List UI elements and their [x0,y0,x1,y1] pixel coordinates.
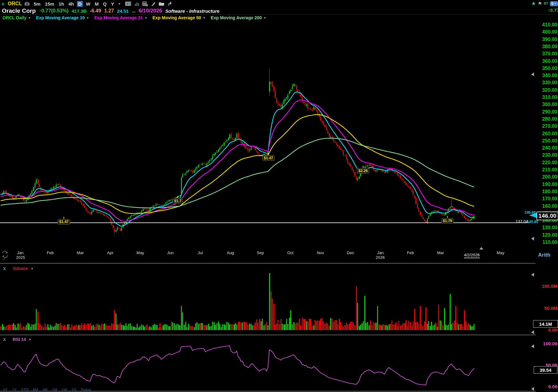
month-label: Aug [220,250,241,255]
indicator-ema[interactable]: Exp Moving Average 10▼ [36,15,89,20]
indicator-dropdown-icon[interactable]: ▼ [263,16,267,20]
range-button-5y[interactable]: 5Y [3,388,8,392]
year-label-2025: 2025 [10,255,31,260]
timeframe-m[interactable]: M [93,1,100,7]
range-button-today[interactable]: Today [81,388,91,392]
year-label-2026: 2026 [369,255,391,260]
dividend-tick [64,217,64,219]
volume-dropdown-icon[interactable]: ▼ [31,267,34,270]
month-label: Jul [189,250,211,255]
range-button-1w[interactable]: 1W [61,388,67,392]
indicator-ema[interactable]: Exp Moving Average 21▼ [94,15,148,20]
rsi-close-button[interactable]: X [3,337,6,342]
current-price-arrow [529,213,537,218]
current-date-label[interactable]: 4/2/2026 [464,253,480,258]
folder-icon[interactable] [158,1,165,6]
price-tick: 390.00 [531,37,557,42]
timeframe-dropdown-icon[interactable]: ▼ [118,2,121,6]
scale-mode-label[interactable]: Arith [538,252,551,258]
month-label: Jan [9,250,31,255]
volume-pane-title[interactable]: Volume [13,266,28,271]
indicator-dropdown-icon[interactable]: ▼ [86,16,89,20]
range-button-1y[interactable]: 1Y [12,388,17,392]
indicator-ema[interactable]: Exp Moving Average 50▼ [153,15,206,20]
corner-change: ↑0.77 [548,7,558,13]
indicator-label: Exp Moving Average 21 [94,15,143,20]
range-button-ytd[interactable]: YTD [21,388,28,392]
timeframe-15m[interactable]: 15m [44,1,55,7]
price-change: ↑0.77(0.53%) [39,8,69,14]
rsi-tick: 100.00 [531,341,557,346]
price-tick: 410.00 [531,22,557,28]
calculator-icon[interactable] [142,1,148,7]
charting-app: + ORCL 5m15m1h4hDWMQY ▼ T ★ ⚑ RT S▼ [0,0,558,392]
price-tick: 160.00 [531,203,557,209]
price-tick: 340.00 [531,73,557,78]
indicator-dropdown-icon[interactable]: ▼ [203,16,206,20]
stream-source-badge[interactable]: S▼ [550,1,558,6]
link-timeframes-icon[interactable]: LT [1,251,9,260]
date-marker-icon [480,247,483,250]
dividend-tag: $1.79 [441,218,454,224]
volume-pane-separator[interactable] [0,263,536,264]
price-tick: 360.00 [531,58,557,64]
rsi-zero-marker [531,387,534,391]
add-symbol-icon[interactable]: + [1,1,5,7]
rsi-pane-title[interactable]: RSI 14 [13,337,26,342]
price-tick: 400.00 [531,29,557,35]
indicator-main[interactable]: ORCL Daily▼ [2,15,31,20]
month-label: May [489,250,511,255]
indicator-label: Exp Moving Average 200 [211,15,262,20]
period-high-marker [531,72,534,76]
indicator-dropdown-icon[interactable]: ▼ [144,16,148,20]
timeframe-w[interactable]: W [85,1,92,7]
volume-close-button[interactable]: X [3,266,6,271]
svg-text:T: T [127,2,129,6]
range-button-1m[interactable]: 1M [52,388,57,392]
dividend-tag: $1.47 [262,155,275,161]
volume-tick: 100.0M [531,283,557,289]
month-label: Feb [39,250,61,255]
month-label: Jun [159,250,181,255]
price-tick: 250.00 [531,138,557,144]
range-button-6m[interactable]: 6M [33,388,38,392]
stat-orange: 1.27 [104,8,114,14]
indicator-dropdown-icon[interactable]: ▼ [28,16,31,20]
price-tick: 220.00 [531,160,557,166]
stat-more[interactable]: ... [132,8,135,13]
timeframe-1h[interactable]: 1h [57,1,65,7]
timeframe-y[interactable]: Y [110,1,115,7]
range-button-3m[interactable]: 3M [42,388,48,392]
flag-icon[interactable]: ⚑ [538,1,542,7]
symbol-label[interactable]: ORCL [8,1,22,7]
draw-pencil-icon[interactable] [151,1,156,7]
price-tick: 190.00 [531,182,557,187]
indicator-ema[interactable]: Exp Moving Average 200▼ [211,15,267,20]
share-icon[interactable] [167,1,173,7]
chart-canvas[interactable] [0,0,558,392]
tv-mode-icon[interactable]: T [125,1,132,6]
support-value-label: 137.04 [516,219,528,224]
timeframe-4h[interactable]: 4h [67,1,75,7]
dividend-tick [447,216,448,218]
period-low-marker [531,237,534,240]
indicator-label: Exp Moving Average 50 [153,15,201,20]
price-tick: 230.00 [531,152,557,158]
favorite-star-icon[interactable]: ★ [531,0,536,7]
timeframe-q[interactable]: Q [102,1,108,7]
range-button-1d[interactable]: 1D [71,388,76,392]
price-tick: 120.00 [531,232,557,238]
price-tick: 210.00 [531,167,557,173]
rsi-dropdown-icon[interactable]: ▼ [28,338,31,341]
snapshot-icon[interactable] [24,2,30,6]
price-tick: 110.00 [531,240,557,245]
stat-cyan: 24.51 [117,8,129,14]
volume-bars-icon[interactable] [135,1,140,6]
earnings-date: 6/10/2026 [139,8,162,14]
svg-text:LT: LT [3,258,5,260]
month-label: Mar [69,250,91,255]
rsi-pane-separator[interactable] [0,334,536,335]
timeframe-d[interactable]: D [77,1,83,7]
stat-red: -6.49 [90,8,101,14]
timeframe-5m[interactable]: 5m [32,1,42,7]
